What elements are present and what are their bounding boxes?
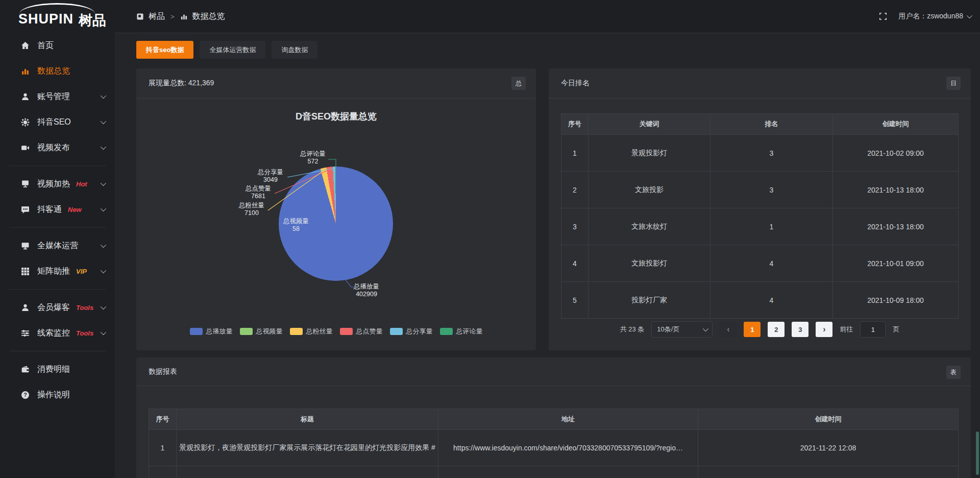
cell-created: 2021-11-22 12:08 (698, 430, 959, 466)
sidebar-item-help[interactable]: ? 操作说明 (0, 382, 115, 408)
report-panel-title: 数据报表 (149, 367, 177, 376)
video-link[interactable]: https://www.iesdouyin.com/share/video/70… (438, 430, 698, 466)
chevron-down-icon (101, 93, 106, 99)
legend-swatch (440, 328, 453, 335)
chart-panel-header: 展现量总数: 421,369 (136, 68, 536, 99)
pie-label-name: 总视频量 (277, 218, 315, 225)
legend-label: 总点赞量 (356, 327, 383, 336)
table-row (149, 466, 959, 478)
sidebar-item-douyin-seo[interactable]: 抖音SEO (0, 109, 115, 135)
page-button-2[interactable]: 2 (768, 322, 785, 337)
pie-label-name: 总评论量 (293, 150, 332, 158)
user-menu[interactable]: 用户名：zswodun88 (898, 12, 971, 21)
page-size-select[interactable]: 10条/页 (651, 321, 713, 338)
svg-text:?: ? (23, 392, 27, 398)
next-page-button[interactable]: › (816, 322, 832, 337)
legend-swatch (290, 328, 303, 335)
user-icon (20, 92, 30, 101)
chart-panel: 展现量总数: 421,369 总 D音SEO数据量总览 总评论量 572 总分享… (136, 68, 536, 350)
sidebar-item-label: 视频发布 (37, 142, 70, 153)
sidebar-item-home[interactable]: 首页 (0, 33, 115, 58)
cell-rank: 4 (710, 282, 833, 319)
sidebar-item-label: 消费明细 (37, 364, 70, 375)
total-badge-button[interactable]: 总 (511, 77, 526, 90)
impressions-total-label: 展现量总数: 421,369 (149, 79, 214, 88)
cell-rank: 4 (710, 245, 833, 282)
cell-created: 2021-10-13 18:00 (833, 172, 959, 208)
app-square-icon (136, 13, 144, 20)
pie-label-name: 总点赞量 (239, 185, 278, 193)
legend-item-fans[interactable]: 总粉丝量 (290, 327, 333, 336)
breadcrumb-separator: > (170, 13, 175, 20)
day-badge-button[interactable]: 日 (946, 77, 961, 90)
sidebar-item-clue-monitor[interactable]: 线索监控 Tools (0, 320, 115, 346)
breadcrumb-item-current[interactable]: 数据总览 (192, 11, 225, 22)
tab-media-operation-data[interactable]: 全媒体运营数据 (200, 41, 265, 59)
sidebar-item-video-heat[interactable]: 视频加热 Hot (0, 171, 115, 197)
cell-index: 4 (561, 245, 589, 282)
chevron-down-icon (101, 206, 106, 211)
cell-index: 2 (561, 172, 589, 208)
legend-item-shares[interactable]: 总分享量 (390, 327, 433, 336)
legend-item-comments[interactable]: 总评论量 (440, 327, 483, 336)
sidebar-item-matrix-boost[interactable]: 矩阵助推 VIP (0, 258, 115, 284)
chevron-down-icon (967, 13, 972, 18)
app-logo: SHUPIN 树品 (18, 4, 115, 30)
column-header: 排名 (710, 114, 833, 135)
rank-table: 序号 关键词 排名 创建时间 1 景观投影灯 3 2021-10-02 09:0… (561, 113, 959, 319)
goto-page-input[interactable] (860, 321, 886, 338)
sidebar-divider (9, 289, 106, 290)
pie-label-shares: 总分享量 3049 (251, 169, 290, 184)
legend-item-likes[interactable]: 总点赞量 (340, 327, 383, 336)
legend-swatch (240, 328, 253, 335)
sidebar-item-label: 首页 (37, 40, 54, 51)
scrollbar-thumb[interactable] (976, 432, 979, 475)
pie-legend: 总播放量 总视频量 总粉丝量 总点赞量 总分享量 总评论量 (136, 327, 536, 336)
table-row: 4 文旅投影灯 4 2021-10-01 09:00 (561, 245, 959, 282)
pie-label-fans: 总粉丝量 7100 (232, 202, 271, 217)
table-row: 1 景观投影灯 3 2021-10-02 09:00 (561, 135, 959, 172)
tab-douyin-seo-data[interactable]: 抖音seo数据 (136, 41, 193, 59)
fullscreen-icon[interactable] (879, 12, 887, 20)
column-header: 序号 (149, 409, 177, 430)
legend-item-videos[interactable]: 总视频量 (240, 327, 283, 336)
cell-index: 3 (561, 208, 589, 245)
tab-inquiry-data[interactable]: 询盘数据 (272, 41, 317, 59)
wallet-icon (20, 365, 30, 374)
legend-item-plays[interactable]: 总播放量 (190, 327, 233, 336)
sidebar-item-media-operation[interactable]: 全媒体运营 (0, 233, 115, 258)
logo-text-en: SHUPIN (18, 11, 74, 27)
legend-label: 总评论量 (456, 327, 483, 336)
cell-title (177, 466, 438, 478)
sidebar-item-member-burst[interactable]: 会员爆客 Tools (0, 295, 115, 320)
pagination-total: 共 23 条 (620, 325, 645, 334)
page-button-1[interactable]: 1 (744, 322, 761, 337)
gear-icon (20, 118, 30, 127)
sidebar-item-consumption-detail[interactable]: 消费明细 (0, 356, 115, 382)
pie-label-value: 7100 (232, 209, 271, 217)
goto-suffix: 页 (893, 325, 899, 334)
topbar-right: 用户名：zswodun88 (879, 0, 971, 33)
rank-panel-title: 今日排名 (561, 79, 590, 88)
sidebar-item-doukertong[interactable]: 抖客通 New (0, 197, 115, 222)
prev-page-button[interactable]: ‹ (720, 322, 737, 337)
screen: SHUPIN 树品 树品 > 数据总览 用户名：zswodun88 (0, 0, 980, 478)
sliders-icon (20, 329, 30, 338)
breadcrumb-item-home[interactable]: 树品 (149, 11, 165, 22)
report-panel: 数据报表 表 序号 标题 地址 创建时间 1 景观投影灯，夜游景观投影灯厂 (136, 357, 971, 478)
cell-keyword: 文旅投影 (589, 172, 710, 208)
table-badge-button[interactable]: 表 (946, 366, 961, 379)
report-table: 序号 标题 地址 创建时间 1 景观投影灯，夜游景观投影灯厂家展示展示落花灯在花… (149, 409, 959, 478)
sidebar-item-account[interactable]: 账号管理 (0, 84, 115, 109)
page-button-3[interactable]: 3 (792, 322, 808, 337)
sidebar-item-video-publish[interactable]: 视频发布 (0, 135, 115, 160)
topbar-divider (115, 33, 980, 33)
report-panel-header: 数据报表 (136, 357, 971, 386)
rank-panel-header: 今日排名 (549, 68, 971, 99)
question-icon: ? (20, 391, 30, 399)
pie-label-plays: 总播放量 402909 (347, 283, 386, 298)
chevron-down-icon (101, 180, 106, 186)
sidebar-item-data-overview[interactable]: 数据总览 (0, 58, 115, 84)
sidebar-divider (9, 351, 106, 351)
cell-keyword: 投影灯厂家 (589, 282, 710, 319)
